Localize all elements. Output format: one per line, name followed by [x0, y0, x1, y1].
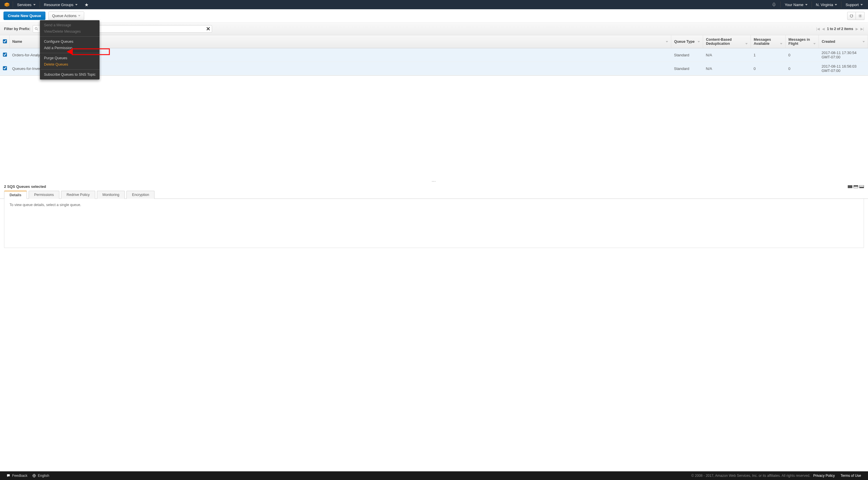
layout-bottom-button[interactable]: [859, 185, 864, 188]
table-row[interactable]: Orders-for-Analytics Standard N/A 1 0 20…: [0, 48, 868, 62]
cell-type: Standard: [671, 62, 703, 75]
col-dedup[interactable]: Content-Based Deduplication: [703, 35, 751, 48]
nav-region[interactable]: N. Virginia: [812, 0, 841, 9]
cell-created: 2017-08-11 16:56:03 GMT-07:00: [819, 62, 868, 75]
svg-marker-3: [852, 14, 853, 15]
chevron-down-icon: [745, 43, 748, 44]
cell-avail: 1: [751, 48, 785, 62]
cell-dedup: N/A: [703, 62, 751, 75]
nav-services[interactable]: Services: [13, 0, 40, 9]
bell-icon: [772, 2, 776, 7]
toolbar: Create New Queue Queue Actions: [0, 9, 868, 23]
refresh-icon: [849, 14, 854, 18]
col-avail[interactable]: Messages Available: [751, 35, 785, 48]
gear-icon: [858, 14, 862, 18]
col-name[interactable]: Name: [9, 35, 671, 48]
settings-button[interactable]: [856, 12, 865, 20]
tab-monitoring[interactable]: Monitoring: [97, 191, 125, 199]
nav-resource-groups[interactable]: Resource Groups: [40, 0, 82, 9]
splitter-handle[interactable]: ▪▪▪: [0, 180, 868, 183]
chevron-down-icon: [78, 15, 81, 16]
queue-table: Name Queue Type Content-Based Deduplicat…: [0, 35, 868, 76]
cell-name: Queues-for-Inventory: [9, 62, 671, 75]
col-created[interactable]: Created: [819, 35, 868, 48]
queue-actions-menu: Send a Message View/Delete Messages Conf…: [40, 20, 99, 79]
tab-encryption[interactable]: Encryption: [126, 191, 155, 199]
pin-icon[interactable]: ★: [82, 2, 91, 7]
aws-logo[interactable]: [1, 0, 13, 9]
nav-support[interactable]: Support: [841, 0, 867, 9]
search-icon: [34, 27, 38, 31]
chevron-down-icon: [861, 4, 863, 5]
tab-permissions[interactable]: Permissions: [29, 191, 59, 199]
chevron-down-icon: [75, 4, 78, 5]
cell-dedup: N/A: [703, 48, 751, 62]
nav-user-label: Your Name: [785, 3, 804, 7]
nav-services-label: Services: [17, 3, 32, 7]
cell-name: Orders-for-Analytics: [9, 48, 671, 62]
page-last-button[interactable]: ▶|: [861, 27, 864, 31]
row-checkbox[interactable]: [3, 53, 7, 57]
nav-notifications[interactable]: [768, 0, 780, 9]
svg-point-4: [860, 15, 861, 16]
page-first-button[interactable]: |◀: [816, 27, 820, 31]
filter-label: Filter by Prefix:: [4, 27, 30, 31]
table-row[interactable]: Queues-for-Inventory Standard N/A 0 0 20…: [0, 62, 868, 75]
svg-point-5: [35, 28, 37, 30]
chevron-down-icon: [835, 4, 837, 5]
menu-purge-queues[interactable]: Purge Queues: [40, 55, 99, 61]
cell-flight: 0: [785, 48, 819, 62]
refresh-button[interactable]: [847, 12, 856, 20]
col-queue-type[interactable]: Queue Type: [671, 35, 703, 48]
menu-subscribe-sns[interactable]: Subscribe Queues to SNS Topic: [40, 71, 99, 78]
details-body: To view queue details, select a single q…: [4, 199, 864, 248]
select-all-checkbox[interactable]: [3, 39, 7, 43]
tab-redrive[interactable]: Redrive Policy: [61, 191, 95, 199]
menu-view-delete-messages: View/Delete Messages: [40, 28, 99, 35]
clear-filter-button[interactable]: ✕: [206, 26, 210, 32]
details-message: To view queue details, select a single q…: [9, 203, 81, 207]
details-tabs: Details Permissions Redrive Policy Monit…: [0, 191, 868, 199]
pager: |◀ ◀ 1 to 2 of 2 items ▶ ▶|: [816, 27, 864, 31]
cell-type: Standard: [671, 48, 703, 62]
col-flight[interactable]: Messages in Flight: [785, 35, 819, 48]
layout-top-button[interactable]: [848, 185, 852, 188]
row-checkbox[interactable]: [3, 66, 7, 70]
menu-add-permission[interactable]: Add a Permission: [40, 45, 99, 51]
chevron-down-icon: [805, 4, 808, 5]
nav-resource-groups-label: Resource Groups: [44, 3, 73, 7]
page-prev-button[interactable]: ◀: [822, 27, 825, 31]
global-nav: Services Resource Groups ★ Your Name N. …: [0, 0, 868, 9]
details-header: 2 SQS Queues selected: [0, 183, 868, 191]
cell-created: 2017-08-11 17:30:54 GMT-07:00: [819, 48, 868, 62]
chevron-down-icon: [698, 41, 700, 42]
tab-details[interactable]: Details: [4, 191, 27, 199]
cell-flight: 0: [785, 62, 819, 75]
chevron-down-icon: [780, 43, 782, 44]
layout-split-button[interactable]: [854, 185, 858, 188]
svg-line-6: [37, 29, 38, 30]
layout-switcher: [848, 185, 864, 188]
nav-user[interactable]: Your Name: [781, 0, 812, 9]
col-checkbox: [0, 35, 9, 48]
chevron-down-icon: [666, 41, 668, 42]
menu-send-message: Send a Message: [40, 22, 99, 28]
queue-actions-button[interactable]: Queue Actions: [48, 11, 85, 20]
pager-text: 1 to 2 of 2 items: [827, 27, 853, 31]
nav-region-label: N. Virginia: [816, 3, 833, 7]
cell-avail: 0: [751, 62, 785, 75]
chevron-down-icon: [813, 43, 816, 44]
page-next-button[interactable]: ▶: [856, 27, 858, 31]
chevron-down-icon: [33, 4, 36, 5]
filter-bar: Filter by Prefix: ✕ |◀ ◀ 1 to 2 of 2 ite…: [0, 23, 868, 35]
selection-count: 2 SQS Queues selected: [4, 184, 46, 189]
chevron-down-icon: [863, 41, 865, 42]
nav-support-label: Support: [845, 3, 859, 7]
menu-delete-queues[interactable]: Delete Queues: [40, 61, 99, 68]
queue-actions-label: Queue Actions: [52, 13, 77, 18]
menu-configure-queues[interactable]: Configure Queues: [40, 38, 99, 45]
create-queue-button[interactable]: Create New Queue: [3, 11, 45, 20]
